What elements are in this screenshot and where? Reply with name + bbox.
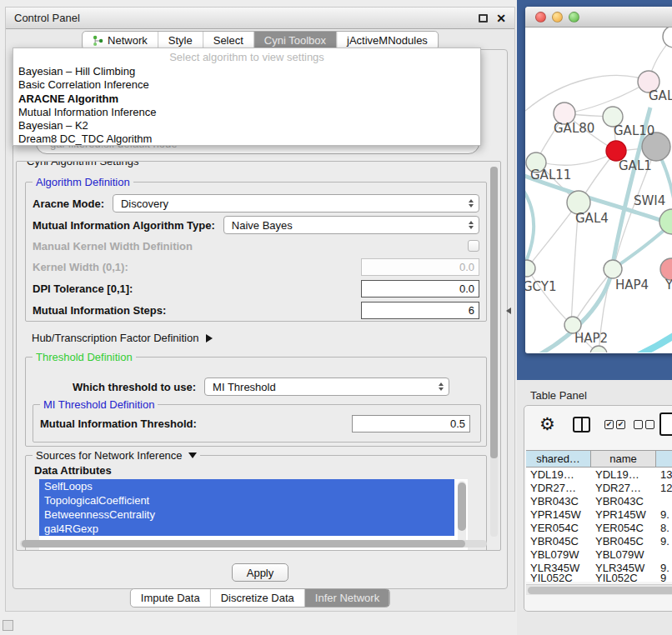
cell[interactable]: YDL19… <box>526 468 591 481</box>
list-scrollbar-thumb[interactable] <box>458 482 466 531</box>
stepper-arrows-icon[interactable] <box>439 382 445 391</box>
column-header-name[interactable]: name <box>591 451 656 467</box>
cell[interactable]: 9. <box>656 534 672 548</box>
float-window-icon[interactable] <box>479 14 488 22</box>
manual-kernel-checkbox[interactable] <box>468 240 479 252</box>
node-unlabeled-top[interactable] <box>663 28 672 48</box>
new-table-icon[interactable] <box>659 412 672 436</box>
cell[interactable]: YBR045C <box>591 534 656 548</box>
menu-item-bayesian-k2[interactable]: Bayesian – K2 <box>13 119 480 132</box>
panel-splitter-collapse-icon[interactable] <box>506 308 511 314</box>
cell[interactable]: YLR345W <box>526 561 591 574</box>
cell[interactable]: YBR043C <box>591 494 656 508</box>
cell[interactable]: 9. <box>656 561 672 574</box>
cell[interactable] <box>656 548 672 561</box>
kernel-width-input[interactable] <box>361 258 479 276</box>
hub-definition-toggle[interactable]: Hub/Transcription Factor Definition <box>32 332 213 344</box>
gear-icon[interactable]: ⚙ <box>539 415 555 432</box>
cell[interactable]: 12 <box>656 481 672 494</box>
tab-discretize-data[interactable]: Discretize Data <box>211 589 305 607</box>
cell[interactable]: YER054C <box>526 521 591 534</box>
cell[interactable]: 9 <box>656 574 672 582</box>
table-row[interactable]: YBR045CYBR045C9. <box>526 534 672 548</box>
stepper-arrows-icon[interactable] <box>469 199 475 208</box>
cell[interactable]: YIL052C <box>526 574 591 582</box>
table-horizontal-scrollbar[interactable] <box>526 584 672 595</box>
network-canvas[interactable]: GAL GAL80 GAL10 GAL1 GAL11 GAL4 SWI4 HAP… <box>525 28 672 352</box>
control-panel-titlebar: Control Panel ✕ <box>6 8 514 29</box>
table-row[interactable]: YBL079WYBL079W <box>526 548 672 561</box>
aracne-mode-combobox[interactable]: Discovery <box>113 194 479 212</box>
mi-steps-label: Mutual Information Steps: <box>33 304 166 317</box>
close-traffic-light-icon[interactable] <box>535 12 546 22</box>
mi-steps-input[interactable] <box>361 302 479 319</box>
settings-hscroll-thumb[interactable] <box>22 540 465 548</box>
cell[interactable]: 9. <box>656 508 672 521</box>
columns-icon[interactable] <box>573 417 590 432</box>
cell[interactable]: YBR045C <box>526 534 591 548</box>
cell[interactable]: YDR27… <box>591 481 656 494</box>
cell[interactable]: YLR345W <box>591 561 656 574</box>
menu-item-basic-correlation[interactable]: Basic Correlation Inference <box>13 78 480 92</box>
tab-select[interactable]: Select <box>203 32 254 49</box>
table-row[interactable]: YBR043CYBR043C <box>526 494 672 508</box>
settings-vscroll-thumb[interactable] <box>490 167 498 458</box>
settings-vertical-scrollbar[interactable] <box>490 167 498 537</box>
tab-style[interactable]: Style <box>158 32 203 49</box>
cell[interactable]: YER054C <box>591 521 656 534</box>
cell[interactable] <box>656 494 672 508</box>
cell[interactable]: YBR043C <box>526 494 591 508</box>
node-unlabeled-bottom[interactable] <box>590 346 607 352</box>
select-all-checkboxes-icon[interactable]: ✔✔ <box>604 420 625 429</box>
deselect-all-checkboxes-icon[interactable] <box>634 420 654 429</box>
node-hap4[interactable] <box>604 260 622 278</box>
table-hscroll-thumb[interactable] <box>528 587 672 594</box>
cell[interactable]: YIL052C <box>591 574 656 582</box>
dpi-tolerance-input[interactable] <box>361 280 479 298</box>
close-icon[interactable]: ✕ <box>496 12 506 24</box>
menu-item-aracne[interactable]: ARACNE Algorithm <box>13 92 480 106</box>
table-panel: Table Panel ⚙ ✔✔ shared… name A YDL19…YD… <box>517 380 672 635</box>
network-window-titlebar[interactable] <box>525 7 672 28</box>
tab-network[interactable]: Network <box>83 32 158 49</box>
which-threshold-combobox[interactable]: MI Threshold <box>204 378 449 396</box>
list-item-selfloops[interactable]: SelfLoops <box>39 479 454 493</box>
cell[interactable]: 8. <box>656 521 672 534</box>
cell[interactable]: YDL19… <box>591 468 656 481</box>
table-row[interactable]: YDR27…YDR27…12 <box>526 481 672 494</box>
table-row[interactable]: YIL052CYIL052C9 <box>526 574 672 582</box>
apply-button[interactable]: Apply <box>232 563 288 582</box>
table-row[interactable]: YER054CYER054C8. <box>526 521 672 534</box>
tab-infer-network[interactable]: Infer Network <box>305 589 389 607</box>
resize-grip-icon[interactable] <box>3 620 13 631</box>
settings-horizontal-scrollbar[interactable] <box>20 540 487 548</box>
stepper-arrows-icon[interactable] <box>469 221 475 229</box>
column-header-shared-name[interactable]: shared… <box>526 451 591 467</box>
menu-item-bayesian-hill-climbing[interactable]: Bayesian – Hill Climbing <box>13 65 480 78</box>
list-item-topologicalcoefficient[interactable]: TopologicalCoefficient <box>39 493 454 508</box>
mi-threshold-input[interactable] <box>352 415 470 432</box>
table-row[interactable]: YDL19…YDL19…13 <box>526 468 672 481</box>
tab-cyni-toolbox[interactable]: Cyni Toolbox <box>254 32 337 49</box>
cell[interactable]: YDR27… <box>526 481 591 494</box>
mi-algorithm-type-combobox[interactable]: Naive Bayes <box>223 216 479 234</box>
cell[interactable]: YBL079W <box>526 548 591 561</box>
table-row[interactable]: YLR345WYLR345W9. <box>526 561 672 574</box>
tab-impute-data[interactable]: Impute Data <box>131 589 211 607</box>
list-item-gal4rgexp[interactable]: gal4RGexp <box>39 522 454 536</box>
tab-jactivemnodules[interactable]: jActiveMNodules <box>337 32 438 49</box>
zoom-traffic-light-icon[interactable] <box>569 12 579 22</box>
cell[interactable]: 13 <box>656 468 672 481</box>
list-item-betweennesscentrality[interactable]: BetweennessCentrality <box>39 508 454 522</box>
cell[interactable]: YPR145W <box>591 508 656 521</box>
menu-item-mutual-information[interactable]: Mutual Information Inference <box>13 106 480 119</box>
menu-item-dream8[interactable]: Dream8 DC_TDC Algorithm <box>13 132 480 146</box>
table-row[interactable]: YPR145WYPR145W9. <box>526 508 672 521</box>
node-gcy1[interactable] <box>525 260 535 277</box>
list-scrollbar[interactable] <box>458 481 466 546</box>
column-header-partial[interactable]: A <box>656 451 672 467</box>
minimize-traffic-light-icon[interactable] <box>552 12 563 22</box>
cell[interactable]: YPR145W <box>526 508 591 521</box>
sources-toggle[interactable]: Sources for Network Inference <box>33 449 200 462</box>
cell[interactable]: YBL079W <box>591 548 656 561</box>
